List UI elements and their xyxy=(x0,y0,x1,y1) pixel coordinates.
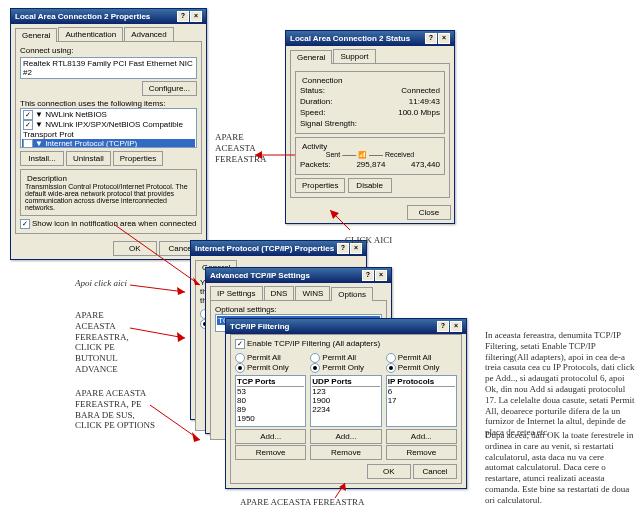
tab-dns[interactable]: DNS xyxy=(264,286,295,300)
cancel-button[interactable]: Cancel xyxy=(413,464,457,479)
tcp-permitall-radio[interactable] xyxy=(235,353,245,363)
svg-marker-9 xyxy=(177,332,185,342)
tab-auth[interactable]: Authentication xyxy=(58,27,123,41)
list-item: 1950 xyxy=(237,414,304,423)
udp-permitall-radio[interactable] xyxy=(310,353,320,363)
list-item: 6 xyxy=(388,387,455,396)
permit-all-label: Permit All xyxy=(398,353,432,362)
tab-wins[interactable]: WINS xyxy=(295,286,330,300)
help-icon[interactable]: ? xyxy=(437,321,449,332)
permit-all-label: Permit All xyxy=(247,353,281,362)
tab-ipsettings[interactable]: IP Settings xyxy=(210,286,263,300)
properties-button[interactable]: Properties xyxy=(113,151,163,166)
duration-label: Duration: xyxy=(300,97,332,106)
remove-button[interactable]: Remove xyxy=(386,445,457,460)
close-icon[interactable]: × xyxy=(190,11,202,22)
col-header: TCP Ports xyxy=(237,377,304,387)
remove-button[interactable]: Remove xyxy=(235,445,306,460)
connection-label: Connection xyxy=(300,76,344,85)
checkbox-icon[interactable]: ✓ xyxy=(23,120,33,130)
tab-support[interactable]: Support xyxy=(333,49,375,63)
svg-line-10 xyxy=(150,405,200,440)
title: Internet Protocol (TCP/IP) Properties xyxy=(195,244,334,253)
enable-filtering-checkbox[interactable]: ✓ xyxy=(235,339,245,349)
show-icon-checkbox[interactable]: ✓ xyxy=(20,219,30,229)
annot-options: APARE ACEASTA FEREASTRA, PE BARA DE SUS,… xyxy=(75,388,155,431)
connect-using-label: Connect using: xyxy=(20,46,197,55)
title: Advanced TCP/IP Settings xyxy=(210,271,310,280)
uninstall-button[interactable]: Uninstall xyxy=(66,151,111,166)
window-controls: ?× xyxy=(177,11,202,22)
arrow xyxy=(130,282,190,297)
svg-marker-7 xyxy=(177,287,185,295)
tab-advanced[interactable]: Advanced xyxy=(124,27,174,41)
add-button[interactable]: Add... xyxy=(310,429,381,444)
description-text: Transmission Control Protocol/Internet P… xyxy=(25,183,192,211)
title: Local Area Connection 2 Status xyxy=(290,34,410,43)
list-item: Internet Protocol (TCP/IP) xyxy=(45,139,137,148)
optional-settings-label: Optional settings: xyxy=(215,305,382,314)
list-item: 1900 xyxy=(312,396,379,405)
permit-only-label: Permit Only xyxy=(247,363,289,372)
help-icon[interactable]: ? xyxy=(425,33,437,44)
titlebar[interactable]: Local Area Connection 2 Properties?× xyxy=(11,9,206,24)
annot-instructions-1: In aceasta fereastra, denumita TCP/IP Fi… xyxy=(485,330,635,438)
udp-permitonly-radio[interactable] xyxy=(310,363,320,373)
properties-button[interactable]: Properties xyxy=(295,178,345,193)
configure-button[interactable]: Configure... xyxy=(142,81,197,96)
status-value: Connected xyxy=(401,86,440,95)
list-item: 123 xyxy=(312,387,379,396)
ip-permitall-radio[interactable] xyxy=(386,353,396,363)
packets-label: Packets: xyxy=(300,160,331,169)
list-item: 53 xyxy=(237,387,304,396)
adapter-field: Realtek RTL8139 Family PCI Fast Ethernet… xyxy=(20,57,197,79)
ok-button[interactable]: OK xyxy=(367,464,411,479)
help-icon[interactable]: ? xyxy=(177,11,189,22)
recv-value: 473,440 xyxy=(411,160,440,169)
svg-marker-3 xyxy=(255,151,262,159)
help-icon[interactable]: ? xyxy=(362,270,374,281)
tab-general[interactable]: General xyxy=(15,28,57,42)
tcp-ports-list[interactable]: TCP Ports 53 80 89 1950 xyxy=(235,375,306,427)
status-label: Status: xyxy=(300,86,325,95)
add-button[interactable]: Add... xyxy=(386,429,457,444)
remove-button[interactable]: Remove xyxy=(310,445,381,460)
col-header: UDP Ports xyxy=(312,377,379,387)
ip-permitonly-radio[interactable] xyxy=(386,363,396,373)
close-icon[interactable]: × xyxy=(450,321,462,332)
disable-button[interactable]: Disable xyxy=(348,178,392,193)
checkbox-icon[interactable]: ✓ xyxy=(23,110,33,120)
svg-line-6 xyxy=(130,285,185,292)
svg-line-0 xyxy=(115,225,200,285)
titlebar[interactable]: TCP/IP Filtering?× xyxy=(226,319,466,334)
list-item: NWLink IPX/SPX/NetBIOS Compatible Transp… xyxy=(23,120,183,139)
list-item: 80 xyxy=(237,396,304,405)
activity-label: Activity xyxy=(300,142,329,151)
install-button[interactable]: Install... xyxy=(20,151,64,166)
tab-general[interactable]: General xyxy=(290,50,332,64)
description-label: Description xyxy=(25,174,69,183)
checkbox-icon[interactable]: ✓ xyxy=(23,139,33,148)
svg-line-8 xyxy=(130,328,185,338)
add-button[interactable]: Add... xyxy=(235,429,306,444)
list-item: 17 xyxy=(388,396,455,405)
udp-ports-list[interactable]: UDP Ports 123 1900 2234 xyxy=(310,375,381,427)
components-list[interactable]: ✓▼ NWLink NetBIOS ✓▼ NWLink IPX/SPX/NetB… xyxy=(20,108,197,148)
annot-advance: APARE ACEASTA FEREASTRA, CLICK PE BUTONU… xyxy=(75,310,129,375)
titlebar[interactable]: Internet Protocol (TCP/IP) Properties?× xyxy=(191,241,366,256)
tcp-permitonly-radio[interactable] xyxy=(235,363,245,373)
close-button[interactable]: Close xyxy=(407,205,451,220)
svg-marker-11 xyxy=(192,432,200,442)
titlebar[interactable]: Advanced TCP/IP Settings?× xyxy=(206,268,391,283)
signal-label: Signal Strength: xyxy=(300,119,357,128)
speed-label: Speed: xyxy=(300,108,325,117)
close-icon[interactable]: × xyxy=(438,33,450,44)
sent-label: Sent xyxy=(326,151,340,158)
titlebar[interactable]: Local Area Connection 2 Status?× xyxy=(286,31,454,46)
tab-options[interactable]: Options xyxy=(331,287,373,301)
close-icon[interactable]: × xyxy=(375,270,387,281)
annot-instructions-2: Dupa aceea, dati OK la toate ferestrele … xyxy=(485,430,635,506)
ip-protocols-list[interactable]: IP Protocols 6 17 xyxy=(386,375,457,427)
annot-click-aici: CLICK AICI xyxy=(345,235,392,246)
received-label: Received xyxy=(385,151,414,158)
